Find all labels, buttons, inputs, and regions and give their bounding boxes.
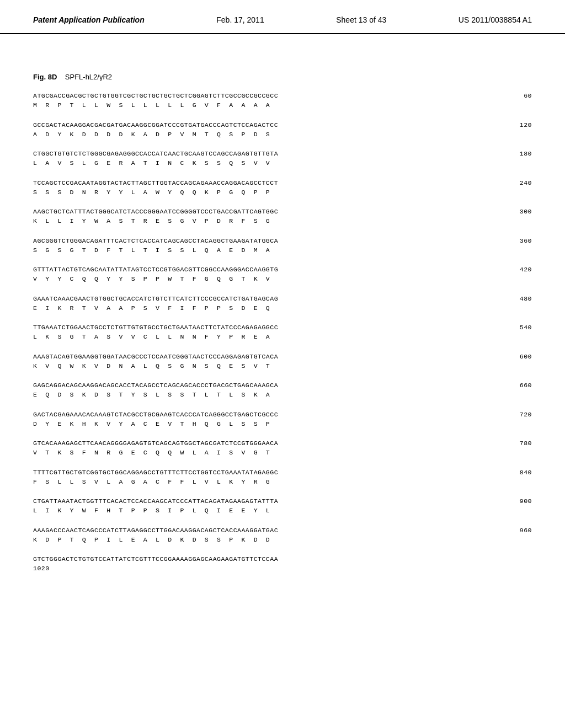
dna-text-3: TCCAGCTCCGACAATAGGTACTACTTAGCTTGGTACCAGC…	[33, 178, 510, 188]
figure-title: Fig. 8D SPFL-hL2/γR2	[33, 73, 532, 81]
sequence-block-13: TTTTCGTTGCTGTCGGTGCTGGCAGGAGCCTGTTTCTTCC…	[33, 468, 532, 487]
sequence-block-6: GTTTATTACTGTCAGCAATATTATAGTCCTCCGTGGACGT…	[33, 265, 532, 284]
dna-line-6: GTTTATTACTGTCAGCAATATTATAGTCCTCCGTGGACGT…	[33, 265, 532, 274]
sequence-block-9: AAAGTACAGTGGAAGGTGGATAACGCCCTCCAATCGGGTA…	[33, 352, 532, 371]
aa-line-14: L I K Y W F H T P P S I P L Q I E E Y L	[33, 506, 532, 515]
dna-line-7: GAAATCAAACGAACTGTGGCTGCACCATCTGTCTTCATCT…	[33, 294, 532, 303]
seq-num-14: 900	[510, 496, 532, 506]
sequence-block-16: GTCTGGGACTCTGTGTCCATTATCTCGTTTCCGGAAAAGG…	[33, 554, 532, 574]
seq-num-8: 540	[510, 323, 532, 332]
aa-line-13: F S L L S V L A G A C F F L V L K Y R G	[33, 477, 532, 486]
sequence-block-10: GAGCAGGACAGCAAGGACAGCACCTACAGCCTCAGCAGCA…	[33, 381, 532, 400]
dna-text-10: GAGCAGGACAGCAAGGACAGCACCTACAGCCTCAGCAGCA…	[33, 381, 510, 390]
aa-line-5: S G S G T D F T L T I S S L Q A E D M A	[33, 245, 532, 255]
sequences-container: ATGCGACCGACGCTGCTGTGGTCGCTGCTGCTGCTGCTCG…	[33, 91, 532, 574]
dna-line-3: TCCAGCTCCGACAATAGGTACTACTTAGCTTGGTACCAGC…	[33, 178, 532, 188]
aa-line-3: S S S D N R Y Y L A W Y Q Q K P G Q P P	[33, 188, 532, 197]
sequence-block-0: ATGCGACCGACGCTGCTGTGGTCGCTGCTGCTGCTGCTCG…	[33, 91, 532, 110]
seq-num-6: 420	[510, 265, 532, 274]
seq-num-15: 960	[510, 526, 532, 535]
dna-text-13: TTTTCGTTGCTGTCGGTGCTGGCAGGAGCCTGTTTCTTCC…	[33, 468, 510, 477]
dna-text-14: CTGATTAAATACTGGTTTCACACTCCACCAAGCATCCCAT…	[33, 496, 510, 506]
page: Patent Application Publication Feb. 17, …	[0, 0, 565, 728]
dna-line-1: GCCGACTACAAGGACGACGATGACAAGGCGGATCCCGTGA…	[33, 120, 532, 130]
dna-line-14: CTGATTAAATACTGGTTTCACACTCCACCAAGCATCCCAT…	[33, 496, 532, 506]
dna-line-16: GTCTGGGACTCTGTGTCCATTATCTCGTTTCCGGAAAAGG…	[33, 554, 532, 564]
dna-text-2: CTGGCTGTGTCTCTGGGCGAGAGGGCCACCATCAACTGCA…	[33, 149, 510, 158]
sequence-block-3: TCCAGCTCCGACAATAGGTACTACTTAGCTTGGTACCAGC…	[33, 178, 532, 197]
seq-num-3: 240	[510, 178, 532, 188]
dna-line-4: AAGCTGCTCATTTACTGGGCATCTACCCGGGAATCCGGGG…	[33, 207, 532, 216]
sequence-block-1: GCCGACTACAAGGACGACGATGACAAGGCGGATCCCGTGA…	[33, 120, 532, 140]
dna-text-4: AAGCTGCTCATTTACTGGGCATCTACCCGGGAATCCGGGG…	[33, 207, 510, 216]
aa-line-8: L K S G T A S V V C L L N N F Y P R E A	[33, 332, 532, 341]
dna-line-0: ATGCGACCGACGCTGCTGTGGTCGCTGCTGCTGCTGCTCG…	[33, 91, 532, 100]
seq-last-num-16: 1020	[33, 564, 532, 573]
dna-line-8: TTGAAATCTGGAACTGCCTCTGTTGTGTGCCTGCTGAATA…	[33, 323, 532, 332]
aa-line-4: K L L I Y W A S T R E S G V P D R F S G	[33, 216, 532, 226]
aa-line-1: A D Y K D D D D K A D P V M T Q S P D S	[33, 130, 532, 139]
aa-line-0: M R P T L L W S L L L L L G V F A A A A	[33, 100, 532, 110]
dna-line-15: AAAGACCCAACTCAGCCCATCTTAGAGGCCTTGGACAAGG…	[33, 526, 532, 535]
aa-line-15: K D P T Q P I L E A L D K D S S P K D D	[33, 535, 532, 544]
dna-line-11: GACTACGAGAAACACAAAGTCTACGCCTGCGAAGTCACCC…	[33, 410, 532, 419]
dna-line-2: CTGGCTGTGTCTCTGGGCGAGAGGGCCACCATCAACTGCA…	[33, 149, 532, 158]
seq-num-9: 600	[510, 352, 532, 361]
page-header: Patent Application Publication Feb. 17, …	[0, 0, 565, 34]
dna-text-1: GCCGACTACAAGGACGACGATGACAAGGCGGATCCCGTGA…	[33, 120, 510, 130]
header-publication-type: Patent Application Publication	[33, 15, 145, 24]
sequence-block-2: CTGGCTGTGTCTCTGGGCGAGAGGGCCACCATCAACTGCA…	[33, 149, 532, 168]
aa-line-12: V T K S F N R G E C Q Q W L A I S V G T	[33, 448, 532, 457]
aa-line-9: K V Q W K V D N A L Q S G N S Q E S V T	[33, 361, 532, 371]
dna-line-10: GAGCAGGACAGCAAGGACAGCACCTACAGCCTCAGCAGCA…	[33, 381, 532, 390]
sequence-block-8: TTGAAATCTGGAACTGCCTCTGTTGTGTGCCTGCTGAATA…	[33, 323, 532, 342]
seq-num-12: 780	[510, 438, 532, 448]
aa-line-7: E I K R T V A A P S V F I F P P S D E Q	[33, 303, 532, 313]
fig-subtitle: SPFL-hL2/γR2	[65, 73, 112, 81]
sequence-block-15: AAAGACCCAACTCAGCCCATCTTAGAGGCCTTGGACAAGG…	[33, 526, 532, 545]
sequence-block-7: GAAATCAAACGAACTGTGGCTGCACCATCTGTCTTCATCT…	[33, 294, 532, 313]
dna-line-5: AGCGGGTCTGGGACAGATTTCACTCTCACCATCAGCAGCC…	[33, 236, 532, 245]
dna-text-11: GACTACGAGAAACACAAAGTCTACGCCTGCGAAGTCACCC…	[33, 410, 510, 419]
seq-num-4: 300	[510, 207, 532, 216]
dna-text-16: GTCTGGGACTCTGTGTCCATTATCTCGTTTCCGGAAAAGG…	[33, 554, 510, 564]
sequence-block-14: CTGATTAAATACTGGTTTCACACTCCACCAAGCATCCCAT…	[33, 496, 532, 516]
fig-label: Fig. 8D	[33, 73, 57, 81]
dna-text-5: AGCGGGTCTGGGACAGATTTCACTCTCACCATCAGCAGCC…	[33, 236, 510, 245]
seq-num-1: 120	[510, 120, 532, 130]
dna-line-13: TTTTCGTTGCTGTCGGTGCTGGCAGGAGCCTGTTTCTTCC…	[33, 468, 532, 477]
dna-text-7: GAAATCAAACGAACTGTGGCTGCACCATCTGTCTTCATCT…	[33, 294, 510, 303]
header-sheet: Sheet 13 of 43	[336, 15, 386, 24]
seq-num-2: 180	[510, 149, 532, 158]
dna-line-9: AAAGTACAGTGGAAGGTGGATAACGCCCTCCAATCGGGTA…	[33, 352, 532, 361]
dna-line-12: GTCACAAAGAGCTTCAACAGGGGAGAGTGTCAGCAGTGGC…	[33, 438, 532, 448]
sequence-block-4: AAGCTGCTCATTTACTGGGCATCTACCCGGGAATCCGGGG…	[33, 207, 532, 226]
aa-line-11: D Y E K H K V Y A C E V T H Q G L S S P	[33, 419, 532, 429]
aa-line-6: V Y Y C Q Q Y Y S P P W T F G Q G T K V	[33, 274, 532, 283]
dna-text-15: AAAGACCCAACTCAGCCCATCTTAGAGGCCTTGGACAAGG…	[33, 526, 510, 535]
seq-num-7: 480	[510, 294, 532, 303]
seq-num-11: 720	[510, 410, 532, 419]
dna-text-12: GTCACAAAGAGCTTCAACAGGGGAGAGTGTCAGCAGTGGC…	[33, 438, 510, 448]
seq-num-10: 660	[510, 381, 532, 390]
seq-num-0: 60	[510, 91, 532, 100]
dna-text-0: ATGCGACCGACGCTGCTGTGGTCGCTGCTGCTGCTGCTCG…	[33, 91, 510, 100]
seq-num-5: 360	[510, 236, 532, 245]
seq-num-16	[510, 554, 532, 564]
sequence-block-5: AGCGGGTCTGGGACAGATTTCACTCTCACCATCAGCAGCC…	[33, 236, 532, 255]
aa-line-2: L A V S L G E R A T I N C K S S Q S V V	[33, 158, 532, 168]
aa-line-10: E Q D S K D S T Y S L S S T L T L S K A	[33, 390, 532, 399]
dna-text-6: GTTTATTACTGTCAGCAATATTATAGTCCTCCGTGGACGT…	[33, 265, 510, 274]
content-area: Fig. 8D SPFL-hL2/γR2 ATGCGACCGACGCTGCTGT…	[0, 34, 565, 606]
header-date: Feb. 17, 2011	[216, 15, 264, 24]
dna-text-8: TTGAAATCTGGAACTGCCTCTGTTGTGTGCCTGCTGAATA…	[33, 323, 510, 332]
seq-num-13: 840	[510, 468, 532, 477]
dna-text-9: AAAGTACAGTGGAAGGTGGATAACGCCCTCCAATCGGGTA…	[33, 352, 510, 361]
sequence-block-11: GACTACGAGAAACACAAAGTCTACGCCTGCGAAGTCACCC…	[33, 410, 532, 429]
sequence-block-12: GTCACAAAGAGCTTCAACAGGGGAGAGTGTCAGCAGTGGC…	[33, 438, 532, 458]
header-patent-number: US 2011/0038854 A1	[459, 15, 532, 24]
